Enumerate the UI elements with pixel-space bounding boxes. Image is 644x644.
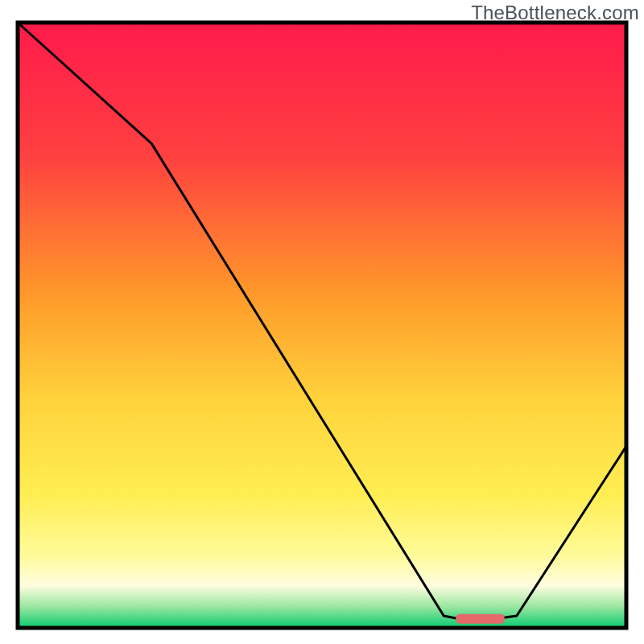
- optimal-marker: [456, 614, 504, 624]
- watermark-text: TheBottleneck.com: [471, 2, 639, 24]
- chart-frame: TheBottleneck.com: [0, 0, 644, 644]
- bottleneck-chart: [0, 0, 644, 644]
- gradient-background: [18, 23, 626, 628]
